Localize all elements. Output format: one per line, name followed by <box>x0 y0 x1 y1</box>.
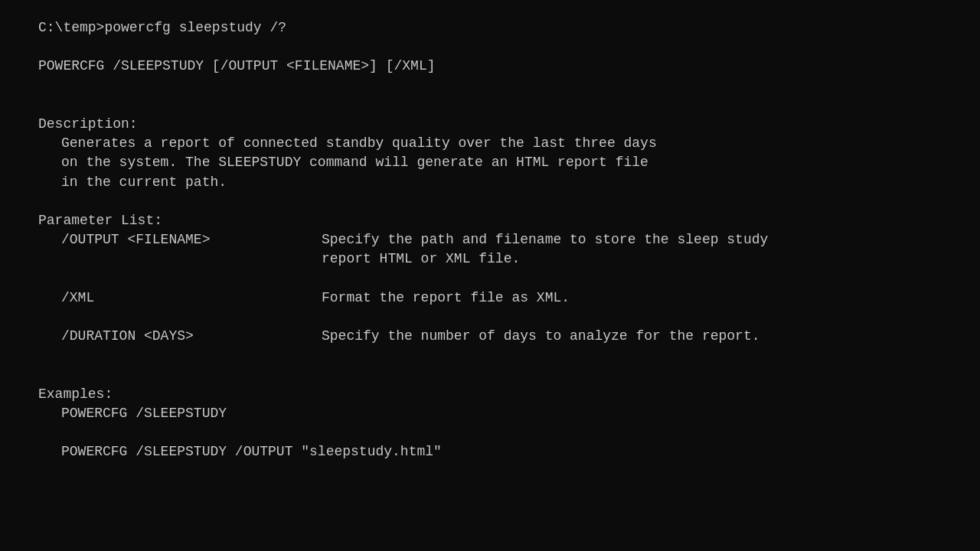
description-label: Description: <box>38 115 942 134</box>
param-xml-desc1: Format the report file as XML. <box>322 289 570 308</box>
example-1: POWERCFG /SLEEPSTUDY <box>38 404 942 423</box>
param-duration-desc1: Specify the number of days to analyze fo… <box>322 327 760 346</box>
param-output-row: /OUTPUT <FILENAME> Specify the path and … <box>38 230 942 249</box>
example-2: POWERCFG /SLEEPSTUDY /OUTPUT "sleepstudy… <box>38 442 942 461</box>
param-xml-row: /XML Format the report file as XML. <box>38 289 942 308</box>
parameter-label: Parameter List: <box>38 211 942 230</box>
description-line-1: Generates a report of connected standby … <box>38 134 942 153</box>
param-output-name: /OUTPUT <FILENAME> <box>61 230 322 249</box>
param-output-desc2: report HTML or XML file. <box>38 249 942 269</box>
examples-label: Examples: <box>38 385 942 404</box>
param-duration-row: /DURATION <DAYS> Specify the number of d… <box>38 327 942 346</box>
description-line-2: on the system. The SLEEPSTUDY command wi… <box>38 153 942 172</box>
syntax-line: POWERCFG /SLEEPSTUDY [/OUTPUT <FILENAME>… <box>38 57 942 76</box>
description-line-3: in the current path. <box>38 173 942 192</box>
prompt-line: C:\temp>powercfg sleepstudy /? <box>38 18 942 37</box>
param-output-desc1: Specify the path and filename to store t… <box>322 230 768 249</box>
param-xml-name: /XML <box>61 289 322 308</box>
param-duration-name: /DURATION <DAYS> <box>61 327 322 346</box>
